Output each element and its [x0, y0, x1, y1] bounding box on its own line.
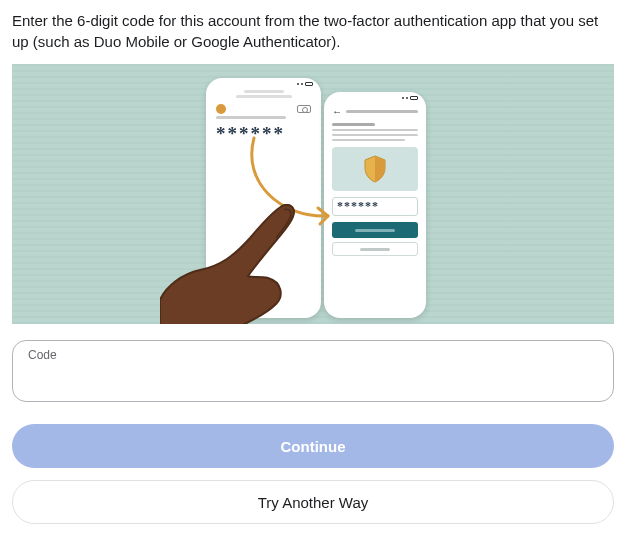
- illustration-phone-login: ← ******: [324, 92, 426, 318]
- back-arrow-icon: ←: [332, 106, 342, 117]
- auth-app-code-mask: ******: [206, 123, 321, 145]
- code-input[interactable]: [12, 340, 614, 402]
- code-field-wrapper: Code: [12, 340, 614, 402]
- key-icon: [297, 105, 311, 113]
- instruction-text: Enter the 6-digit code for this account …: [12, 10, 614, 52]
- shield-icon: [363, 155, 387, 183]
- auth-illustration: ****** ← ******: [12, 64, 614, 324]
- try-another-way-button[interactable]: Try Another Way: [12, 480, 614, 524]
- code-field-label: Code: [28, 348, 57, 362]
- hand-pointing-icon: [160, 204, 330, 324]
- login-code-mask: ******: [332, 197, 418, 216]
- continue-button[interactable]: Continue: [12, 424, 614, 468]
